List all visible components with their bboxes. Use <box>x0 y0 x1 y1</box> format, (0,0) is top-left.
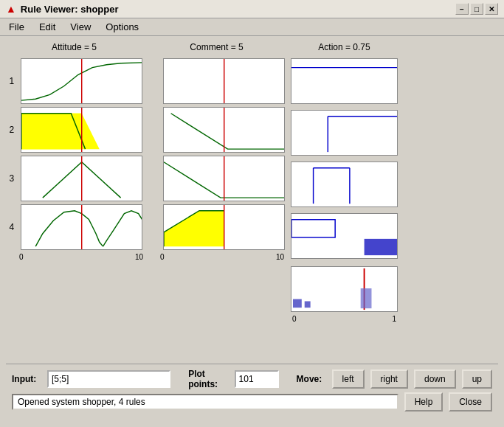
plot-r2c1[interactable] <box>21 107 142 153</box>
plots-area: Attitude = 5 1 2 <box>6 42 498 358</box>
row2-group-col2 <box>148 107 285 153</box>
col3: Action = 0.75 <box>291 42 398 358</box>
plot-points-label: Plot points: <box>188 369 228 389</box>
svg-rect-20 <box>365 239 397 255</box>
menu-file[interactable]: File <box>3 20 30 34</box>
svg-rect-23 <box>305 301 311 308</box>
row1-group-col2 <box>148 58 285 104</box>
agg-plot[interactable] <box>291 266 398 312</box>
bottom-controls: Input: Plot points: Move: left right dow… <box>6 364 498 416</box>
row2-group-col1: 2 <box>6 107 142 153</box>
menu-view[interactable]: View <box>64 20 97 34</box>
controls-row2: Opened system shopper, 4 rules Help Clos… <box>12 392 492 412</box>
plot-r4c3[interactable] <box>291 213 398 259</box>
main-content: Attitude = 5 1 2 <box>0 36 504 422</box>
right-button[interactable]: right <box>370 369 408 389</box>
row3-group-col3 <box>291 162 398 207</box>
row2-label: 2 <box>6 125 18 135</box>
down-button[interactable]: down <box>414 369 456 389</box>
svg-rect-25 <box>361 288 372 308</box>
row4-label: 4 <box>6 222 18 232</box>
left-button[interactable]: left <box>332 369 365 389</box>
col3-axis: 0 1 <box>291 315 398 323</box>
plot-r1c3[interactable] <box>291 58 398 104</box>
row1-group-col3 <box>291 58 398 104</box>
plot-r4c1[interactable] <box>21 204 142 250</box>
plot-points-field[interactable] <box>235 370 279 388</box>
col2-label: Comment = 5 <box>148 42 285 54</box>
minimize-button[interactable]: − <box>455 3 469 15</box>
matlab-icon: ▲ <box>6 3 16 15</box>
plot-r1c1[interactable] <box>21 58 142 104</box>
menu-bar: File Edit View Options <box>0 18 504 36</box>
up-button[interactable]: up <box>462 369 492 389</box>
input-field[interactable] <box>47 370 170 388</box>
plot-r4c2[interactable] <box>163 204 285 250</box>
row4-group-col3 <box>291 213 398 259</box>
input-label: Input: <box>12 374 41 384</box>
row3-label: 3 <box>6 173 18 184</box>
col1: Attitude = 5 1 2 <box>6 42 142 358</box>
help-button[interactable]: Help <box>404 392 443 412</box>
row2-group-col3 <box>291 110 398 156</box>
menu-edit[interactable]: Edit <box>33 20 61 34</box>
close-window-button[interactable]: ✕ <box>485 3 498 15</box>
row1-group-col1: 1 <box>6 58 142 104</box>
row1-label: 1 <box>6 76 18 86</box>
row4-group-col2 <box>148 204 285 250</box>
col1-axis: 0 10 <box>6 253 145 261</box>
title-bar: ▲ Rule Viewer: shopper − □ ✕ <box>0 0 504 18</box>
maximize-button[interactable]: □ <box>470 3 483 15</box>
row3-group-col2 <box>148 156 285 201</box>
plot-r2c3[interactable] <box>291 110 398 156</box>
col2-axis: 0 10 <box>148 253 286 261</box>
row4-group-col1: 4 <box>6 204 142 250</box>
col1-label: Attitude = 5 <box>6 42 142 54</box>
menu-options[interactable]: Options <box>100 20 145 34</box>
close-button[interactable]: Close <box>449 392 492 412</box>
row3-group-col1: 3 <box>6 156 142 201</box>
plot-r2c2[interactable] <box>163 107 285 153</box>
plot-r3c1[interactable] <box>21 156 142 201</box>
col2: Comment = 5 <box>148 42 285 358</box>
status-bar: Opened system shopper, 4 rules <box>12 394 398 410</box>
plot-r1c2[interactable] <box>163 58 285 104</box>
window-title: Rule Viewer: shopper <box>21 4 119 15</box>
svg-rect-21 <box>291 220 335 237</box>
plot-r3c3[interactable] <box>291 162 398 207</box>
controls-row1: Input: Plot points: Move: left right dow… <box>12 369 492 389</box>
svg-rect-22 <box>293 299 302 308</box>
svg-marker-11 <box>164 211 224 246</box>
col3-label: Action = 0.75 <box>291 42 398 54</box>
plot-r3c2[interactable] <box>163 156 285 201</box>
move-label: Move: <box>297 374 326 384</box>
